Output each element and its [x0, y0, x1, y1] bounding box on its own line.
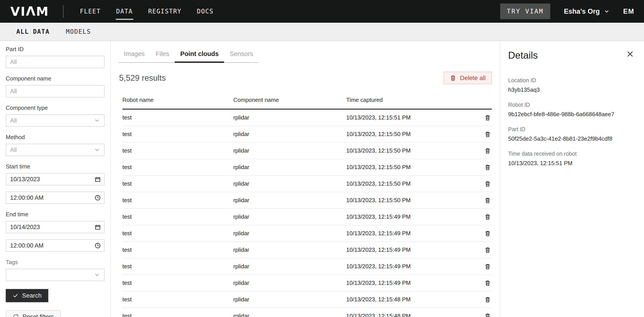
nav-link[interactable]: DATA [116, 6, 133, 16]
cell-robot-name: test [122, 213, 233, 220]
part-id-input[interactable] [6, 56, 104, 68]
cell-robot-name: test [122, 313, 233, 317]
row-delete-button[interactable] [484, 147, 492, 155]
row-delete-button[interactable] [484, 213, 492, 221]
try-viam-button[interactable]: TRY VIAM [500, 3, 550, 19]
table-row[interactable]: test rplidar 10/13/2023, 12:15:48 PM [122, 292, 492, 308]
details-field-label: Robot ID [508, 102, 635, 108]
chevron-down-icon [604, 8, 610, 14]
row-delete-button[interactable] [484, 246, 492, 254]
table-row[interactable]: test rplidar 10/13/2023, 12:15:49 PM [122, 209, 492, 225]
row-delete-button[interactable] [484, 180, 492, 188]
cell-time-captured: 10/13/2023, 12:15:50 PM [346, 197, 478, 204]
table-row[interactable]: test rplidar 10/13/2023, 12:15:50 PM [122, 126, 492, 143]
details-field-label: Time data received on robot [508, 151, 635, 157]
end-date-input[interactable] [6, 221, 104, 233]
org-name: Esha's Org [564, 7, 600, 15]
table-row[interactable]: test rplidar 10/13/2023, 12:15:49 PM [122, 258, 492, 275]
cell-time-captured: 10/13/2023, 12:15:49 PM [346, 280, 478, 286]
col-robot-name: Robot name [122, 97, 233, 103]
details-field-label: Part ID [508, 126, 635, 132]
component-name-input[interactable] [6, 85, 104, 97]
component-type-value: All [10, 117, 17, 124]
reset-filters-button[interactable]: Reset filters [6, 310, 61, 317]
row-delete-button[interactable] [484, 312, 492, 317]
row-delete-button[interactable] [484, 113, 492, 122]
row-delete-button[interactable] [484, 262, 492, 271]
check-icon [12, 293, 18, 299]
details-title: Details [508, 50, 635, 61]
end-time-input[interactable] [6, 239, 104, 252]
details-panel: Details Location ID h3yb135aq3 Robot ID … [500, 41, 644, 317]
component-type-label: Component type [6, 104, 104, 111]
cell-component-name: rplidar [233, 296, 346, 303]
row-delete-button[interactable] [484, 279, 492, 287]
data-type-tab[interactable]: Files [150, 50, 175, 62]
calendar-icon[interactable] [94, 176, 101, 183]
top-nav: VIΛM FLEETDATAREGISTRYDOCS TRY VIAM Esha… [0, 0, 644, 23]
cell-robot-name: test [122, 131, 233, 138]
cell-time-captured: 10/13/2023, 12:15:49 PM [346, 230, 478, 237]
details-field-value: 50f25de2-5a3c-41e2-8b81-23e2f9b4cdf8 [508, 135, 635, 142]
refresh-icon [12, 314, 19, 317]
delete-all-button[interactable]: Delete all [444, 72, 492, 84]
table-row[interactable]: test rplidar 10/13/2023, 12:15:51 PM [122, 110, 492, 126]
clock-icon[interactable] [94, 194, 101, 201]
table-row[interactable]: test rplidar 10/13/2023, 12:15:49 PM [122, 275, 492, 292]
start-date-input[interactable] [6, 173, 104, 185]
table-row[interactable]: test rplidar 10/13/2023, 12:15:49 PM [122, 225, 492, 242]
col-time-captured: Time captured [346, 97, 478, 103]
calendar-icon[interactable] [94, 224, 101, 230]
filter-sidebar: Part ID Component name Component type Al… [0, 41, 111, 317]
data-type-tab[interactable]: Images [118, 50, 150, 62]
table-row[interactable]: test rplidar 10/13/2023, 12:15:50 PM [122, 143, 492, 159]
close-icon[interactable] [626, 49, 635, 59]
start-time-input[interactable] [6, 192, 104, 204]
subnav-item[interactable]: MODELS [66, 28, 91, 35]
table-row[interactable]: test rplidar 10/13/2023, 12:15:49 PM [122, 242, 492, 258]
details-field: Time data received on robot 10/13/2023, … [508, 151, 635, 167]
point-clouds-table: Robot name Component name Time captured … [122, 97, 492, 317]
cell-component-name: rplidar [233, 131, 346, 138]
table-row[interactable]: test rplidar 10/13/2023, 12:15:50 PM [122, 176, 492, 192]
table-row[interactable]: test rplidar 10/13/2023, 12:15:50 PM [122, 159, 492, 176]
row-delete-button[interactable] [484, 163, 492, 172]
cell-time-captured: 10/13/2023, 12:15:49 PM [346, 213, 478, 220]
table-body: test rplidar 10/13/2023, 12:15:51 PM tes… [122, 110, 492, 317]
cell-component-name: rplidar [233, 180, 346, 187]
clock-icon[interactable] [94, 242, 101, 249]
table-row[interactable]: test rplidar 10/13/2023, 12:15:50 PM [122, 192, 492, 209]
user-avatar-initials[interactable]: EM [623, 7, 634, 15]
data-type-tab[interactable]: Point clouds [175, 50, 224, 62]
nav-link[interactable]: FLEET [80, 6, 101, 16]
cell-time-captured: 10/13/2023, 12:15:48 PM [346, 313, 478, 317]
top-nav-right: TRY VIAM Esha's Org EM [500, 3, 634, 19]
row-delete-button[interactable] [484, 296, 492, 304]
row-delete-button[interactable] [484, 196, 492, 205]
data-type-tab[interactable]: Sensors [224, 50, 258, 62]
cell-component-name: rplidar [233, 197, 346, 204]
method-select[interactable]: All [6, 144, 104, 156]
nav-link[interactable]: DOCS [196, 6, 214, 16]
chevron-down-icon [94, 147, 100, 153]
row-delete-button[interactable] [484, 229, 492, 238]
table-row[interactable]: test rplidar 10/13/2023, 12:15:48 PM [122, 308, 492, 317]
tags-select[interactable] [6, 269, 104, 281]
start-time-label: Start time [6, 163, 104, 170]
org-switcher[interactable]: Esha's Org [564, 7, 609, 15]
component-type-select[interactable]: All [6, 114, 104, 127]
reset-filters-label: Reset filters [22, 314, 54, 317]
row-delete-button[interactable] [484, 130, 492, 138]
viam-logo[interactable]: VIΛM [10, 4, 49, 18]
primary-nav: FLEETDATAREGISTRYDOCS [80, 6, 214, 16]
subnav-item[interactable]: ALL DATA [16, 28, 50, 35]
cell-time-captured: 10/13/2023, 12:15:50 PM [346, 180, 478, 187]
cell-time-captured: 10/13/2023, 12:15:51 PM [346, 114, 478, 121]
cell-component-name: rplidar [233, 147, 346, 154]
cell-component-name: rplidar [233, 230, 346, 237]
nav-divider [63, 5, 64, 18]
search-button[interactable]: Search [6, 289, 48, 302]
nav-link[interactable]: REGISTRY [148, 6, 182, 16]
details-field: Part ID 50f25de2-5a3c-41e2-8b81-23e2f9b4… [508, 126, 635, 142]
details-field-value: 9b12ebcf-bfe8-486e-988b-6a668648aee7 [508, 111, 635, 118]
